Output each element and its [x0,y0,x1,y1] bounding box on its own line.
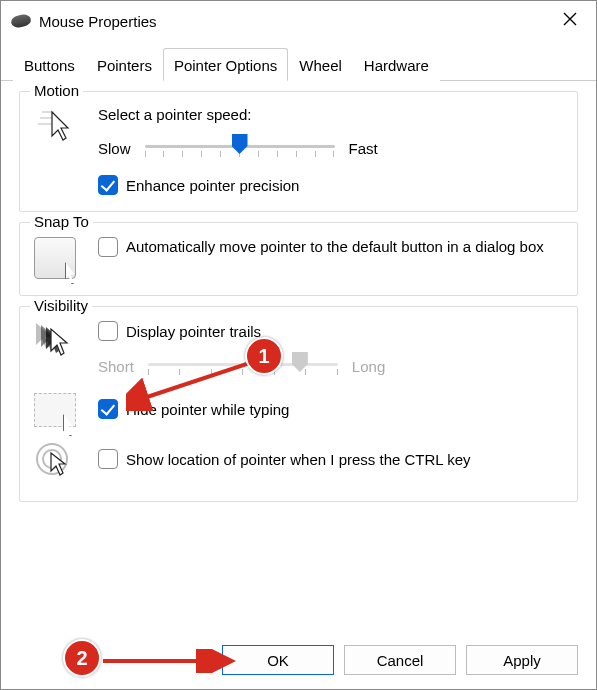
tab-hardware[interactable]: Hardware [353,48,440,81]
pointer-trails-icon [34,321,74,361]
tab-buttons[interactable]: Buttons [13,48,86,81]
snapto-checkbox[interactable] [98,237,118,257]
ctrl-locate-icon [34,441,74,481]
snapto-label: Automatically move pointer to the defaul… [126,237,544,257]
ctrl-locate-checkbox[interactable] [98,449,118,469]
visibility-group-label: Visibility [30,297,92,314]
tab-pointers[interactable]: Pointers [86,48,163,81]
snapto-group-label: Snap To [30,213,93,230]
slow-label: Slow [98,140,131,157]
visibility-group: Visibility Display po [19,306,578,502]
ctrl-locate-label: Show location of pointer when I press th… [126,451,471,468]
hide-pointer-checkbox[interactable] [98,399,118,419]
fast-label: Fast [349,140,378,157]
hide-pointer-label: Hide pointer while typing [126,401,289,418]
pointer-trails-checkbox[interactable] [98,321,118,341]
snapto-group: Snap To Automatically move pointer to th… [19,222,578,296]
snapto-button-icon [34,237,76,279]
tab-strip: Buttons Pointers Pointer Options Wheel H… [1,47,596,81]
dialog-buttons: OK Cancel Apply [222,645,578,675]
pointer-trails-slider [148,353,338,379]
motion-group-label: Motion [30,82,83,99]
enhance-precision-checkbox[interactable] [98,175,118,195]
cancel-button[interactable]: Cancel [344,645,456,675]
pointer-speed-slider[interactable] [145,135,335,161]
annotation-badge-2: 2 [63,639,101,677]
mouse-properties-window: Mouse Properties Buttons Pointers Pointe… [0,0,597,690]
tab-wheel[interactable]: Wheel [288,48,353,81]
ok-button[interactable]: OK [222,645,334,675]
apply-button[interactable]: Apply [466,645,578,675]
hide-pointer-icon [34,393,76,427]
close-icon[interactable] [554,7,586,36]
motion-cursor-icon [34,106,74,146]
pointer-speed-label: Select a pointer speed: [98,106,563,123]
trails-short-label: Short [98,358,134,375]
window-title: Mouse Properties [39,13,157,30]
titlebar: Mouse Properties [1,1,596,41]
annotation-badge-1: 1 [245,337,283,375]
enhance-precision-label: Enhance pointer precision [126,177,299,194]
mouse-icon [10,13,32,28]
trails-long-label: Long [352,358,385,375]
tab-pointer-options[interactable]: Pointer Options [163,48,288,81]
pointer-trails-label: Display pointer trails [126,323,261,340]
motion-group: Motion Select a pointer speed [19,91,578,212]
